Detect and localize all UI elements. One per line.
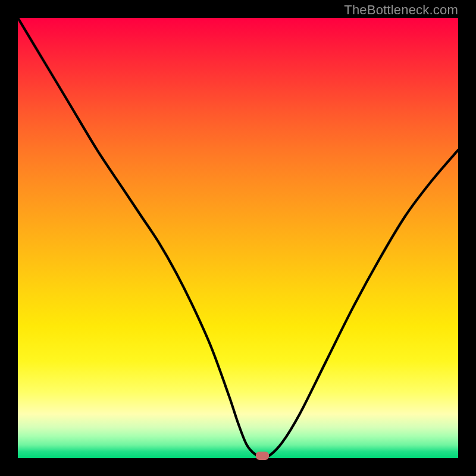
- bottleneck-curve: [18, 18, 458, 458]
- plot-area: [18, 18, 458, 458]
- optimal-marker: [256, 452, 269, 460]
- chart-frame: TheBottleneck.com: [0, 0, 476, 476]
- watermark-text: TheBottleneck.com: [344, 2, 458, 18]
